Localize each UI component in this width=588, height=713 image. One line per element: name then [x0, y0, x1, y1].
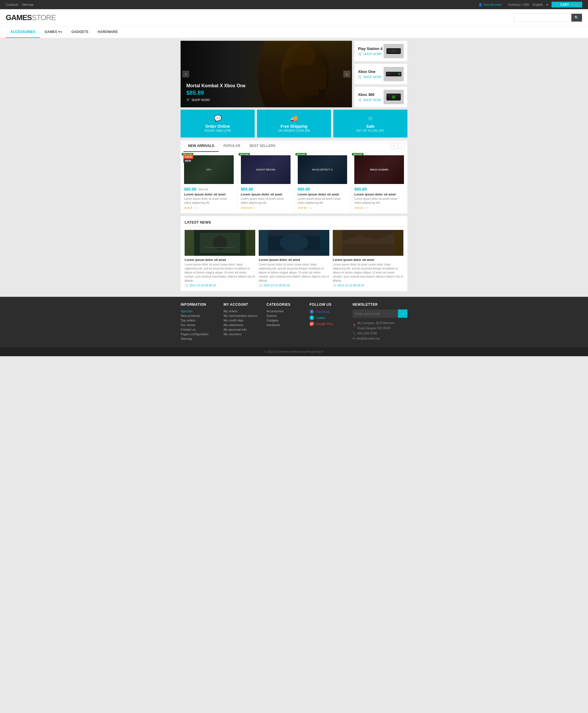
tab-best-sellers[interactable]: BEST SELLERS: [245, 141, 280, 152]
svg-point-12: [398, 73, 400, 75]
footer-link-my-addresses[interactable]: My addresses: [224, 323, 261, 327]
footer-link-credit-slips[interactable]: My credit slips: [224, 319, 261, 322]
nav-hardware[interactable]: HARDWARE: [93, 26, 123, 38]
footer-link-personal-info[interactable]: My personal info: [224, 328, 261, 331]
main-content: ‹ › Mortal Kombat X Xbox One $85.89 🛒 SH…: [181, 38, 407, 297]
svg-rect-11: [386, 73, 390, 74]
side-product-xbox360-title: Xbox 360: [358, 92, 382, 97]
top-bar-right: 👤 Your Account Currency: USD English ▾ 🛒…: [478, 2, 582, 7]
address-icon: 📍: [353, 323, 356, 328]
svg-rect-15: [387, 94, 390, 96]
facebook-icon: f: [310, 309, 314, 314]
sitemap-link[interactable]: Sitemap: [22, 3, 33, 6]
svg-point-23: [280, 234, 308, 252]
product-title-1: Lorem ipsum dolor sit amet: [184, 193, 234, 196]
footer-link-specials[interactable]: Specials: [181, 309, 218, 313]
footer-link-accessories[interactable]: Accessories: [267, 309, 304, 313]
product-desc-1: Lorem ipsum dolor sit amet conse ctetur …: [184, 197, 234, 205]
contacts-link[interactable]: Contacts: [6, 3, 18, 6]
tab-header-left: NEW ARRIVALS POPULAR BEST SELLERS: [184, 141, 280, 152]
language-selector[interactable]: English: [532, 3, 543, 6]
tab-next-button[interactable]: ›: [398, 143, 404, 149]
cart-icon-small: 🛒: [358, 52, 362, 56]
shop-now-label-3: SHOP NOW!: [363, 98, 382, 102]
news-img-1: [185, 230, 255, 256]
footer-categories-heading: CATEGORIES: [267, 303, 304, 306]
news-img-3: [333, 230, 403, 256]
footer-link-pages-config[interactable]: Pages configuration: [181, 332, 218, 336]
product-card-2: XBOX360 GHOST RECON $85.89 Lorem ipsum d…: [237, 152, 294, 213]
footer-contact: 📍 My Company, 4578 Marmora Road,Glasgow …: [353, 321, 407, 341]
side-product-xbox360-shop[interactable]: 🛒 SHOP NOW!: [358, 98, 382, 102]
header: GAMESSTORE 🔍: [0, 9, 588, 26]
footer-my-account: MY ACCOUNT My orders My merchandise retu…: [224, 303, 261, 342]
product-price-old-1: $89.96: [198, 188, 208, 191]
footer-link-games[interactable]: Games: [267, 314, 304, 318]
search-bar: 🔍: [513, 14, 582, 22]
hero-shop-now[interactable]: 🛒 SHOP NOW!: [186, 98, 246, 102]
footer-link-top-sellers[interactable]: Top sellers: [181, 319, 218, 322]
facebook-label: Facebook: [316, 310, 330, 314]
hero-next-button[interactable]: ›: [343, 71, 350, 78]
free-shipping-title: Free Shipping: [280, 124, 307, 129]
product-price-3: $85.89: [298, 187, 348, 192]
account-icon: 👤: [478, 3, 482, 6]
footer-link-hardware[interactable]: Hardware: [267, 323, 304, 327]
product-img-2: XBOX360 GHOST RECON: [241, 155, 291, 184]
footer-link-gadgets[interactable]: Gadgets: [267, 319, 304, 322]
newsletter-submit-button[interactable]: →: [398, 309, 407, 318]
footer-link-my-vouchers[interactable]: My vouchers: [224, 332, 261, 336]
tab-prev-button[interactable]: ‹: [391, 143, 397, 149]
footer-link-merchandise-returns[interactable]: My merchandise returns: [224, 314, 261, 318]
side-product-ps4-shop[interactable]: 🛒 SHOP NOW!: [358, 52, 382, 56]
xboxone-svg: [385, 68, 402, 80]
newsletter-email-input[interactable]: [353, 309, 398, 318]
footer-link-our-stores[interactable]: Our stores: [181, 323, 218, 327]
search-input[interactable]: [514, 14, 571, 22]
hero-text: Mortal Kombat X Xbox One $85.89 🛒 SHOP N…: [186, 83, 246, 102]
hero-section: ‹ › Mortal Kombat X Xbox One $85.89 🛒 SH…: [181, 41, 407, 107]
nav-gadgets[interactable]: GADGETS: [67, 26, 93, 38]
footer-link-sitemap[interactable]: Sitemap: [181, 337, 218, 341]
news-date-2: 🕐 2014-10-15 09:46:34: [259, 284, 329, 287]
free-shipping-icon: 🚚: [290, 115, 298, 122]
cart-button[interactable]: 🛒 CART Empty: [551, 2, 582, 7]
footer-link-contact-us[interactable]: Contact us: [181, 328, 218, 331]
date-text-1: 2014-10-15 09:46:34: [189, 284, 216, 287]
tab-new-arrivals[interactable]: NEW ARRIVALS: [184, 141, 219, 152]
search-button[interactable]: 🔍: [571, 14, 582, 22]
feature-sale: ☆ Sale GET UP TO 20% OFF: [333, 110, 407, 137]
product-title-3: Lorem ipsum dolor sit amet: [298, 193, 348, 196]
ps4-image: [383, 44, 404, 58]
cart-icon-small-2: 🛒: [358, 75, 362, 79]
language-dropdown-icon: ▾: [546, 3, 548, 7]
side-product-xbox360: Xbox 360 🛒 SHOP NOW!: [354, 87, 407, 107]
footer-twitter-link[interactable]: t Twitter: [310, 316, 347, 320]
footer-link-my-orders[interactable]: My orders: [224, 309, 261, 313]
hero-banner: ‹ › Mortal Kombat X Xbox One $85.89 🛒 SH…: [181, 41, 352, 107]
twitter-icon: t: [310, 316, 314, 320]
hero-prev-button[interactable]: ‹: [182, 71, 189, 78]
logo[interactable]: GAMESSTORE: [6, 13, 56, 22]
side-product-xboxone-shop[interactable]: 🛒 SHOP NOW!: [358, 75, 382, 79]
phone-text: 500-2345-6789: [357, 331, 377, 336]
tab-arrows: ‹ ›: [391, 143, 404, 149]
footer-link-new-products[interactable]: New products: [181, 314, 218, 318]
order-online-title: Order Online: [205, 124, 230, 129]
sale-icon: ☆: [368, 115, 373, 122]
product-desc-2: Lorem ipsum dolor sit amet conse ctetur …: [241, 197, 291, 205]
nav-games[interactable]: GAMES ▾: [40, 26, 67, 38]
tab-popular[interactable]: POPULAR: [219, 141, 245, 152]
account-link[interactable]: 👤 Your Account: [478, 3, 502, 7]
shop-now-label-2: SHOP NOW!: [363, 75, 382, 79]
footer-follow-us: FOLLOW US f Facebook t Twitter g+ Google…: [310, 303, 347, 342]
game-cover-mass-effect: XBOX360 MASS EFFECT 3: [298, 155, 348, 184]
side-products: Play Station 4 🛒 SHOP NOW!: [354, 41, 407, 107]
footer-my-account-heading: MY ACCOUNT: [224, 303, 261, 306]
svg-rect-8: [388, 53, 399, 54]
nav-accessories[interactable]: ACCESSORIES: [6, 26, 40, 38]
email-icon: ✉: [353, 336, 355, 341]
footer-facebook-link[interactable]: f Facebook: [310, 309, 347, 314]
news-card-2: Lorem ipsum dolor sit amet Lorem ipsum d…: [259, 230, 329, 287]
footer-google-plus-link[interactable]: g+ Google Plus: [310, 322, 347, 326]
